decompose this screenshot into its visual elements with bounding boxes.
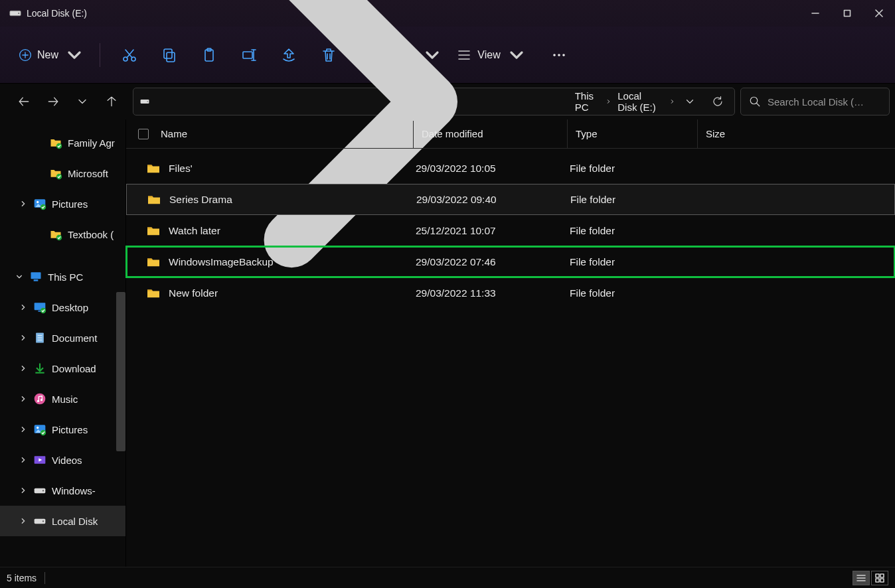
status-separator [44,572,45,584]
column-header-date[interactable]: Date modified [413,119,567,148]
details-view-button[interactable] [853,571,870,585]
sidebar-item[interactable]: Document [0,323,125,353]
drive-icon [33,514,46,528]
nav-row: This PC Local Disk (E:) [0,84,895,119]
svg-rect-4 [845,11,851,17]
tree-expander[interactable] [19,365,28,372]
file-type: File folder [570,225,700,237]
close-button[interactable] [863,0,895,27]
sidebar-item[interactable]: Textbook ( [0,219,125,250]
tree-expander[interactable] [19,396,28,402]
chevron-right-icon [606,98,611,105]
sidebar-item[interactable]: Family Agr [0,127,125,158]
table-row[interactable]: Watch later 25/12/2021 10:07 File folder [126,215,895,246]
column-header-type[interactable]: Type [567,119,697,148]
sidebar-item-label: Videos [52,455,82,466]
svg-rect-46 [34,279,39,281]
file-name: WindowsImageBackup [169,256,416,268]
svg-point-36 [147,101,147,102]
desktop-sync-icon [33,301,46,314]
sidebar: Family Agr Microsoft Pictures Textbook (… [0,119,126,567]
tree-expander[interactable] [19,487,28,494]
file-type: File folder [570,256,700,268]
file-name: New folder [169,287,416,299]
svg-line-12 [127,50,133,58]
thumbnails-view-button[interactable] [871,571,888,585]
folder-sync-icon [49,228,62,241]
up-button[interactable] [100,90,123,113]
sidebar-item[interactable]: Microsoft [0,158,125,188]
column-header-name[interactable]: Name [161,128,413,139]
search-icon [749,96,761,108]
sidebar-item-label: Microsoft [68,168,108,179]
breadcrumb-label: This PC [575,90,600,113]
file-date: 29/03/2022 07:46 [416,256,570,268]
breadcrumb-segment[interactable]: This PC [572,89,603,114]
sidebar-item[interactable]: Desktop [0,292,125,323]
tree-expander[interactable] [19,426,28,433]
tree-expander[interactable] [19,200,28,207]
search-input[interactable] [768,96,890,108]
select-all-checkbox[interactable] [138,129,161,139]
forward-button[interactable] [41,90,65,113]
column-header-size[interactable]: Size [697,119,777,148]
cut-button[interactable] [111,39,148,71]
search-box[interactable] [740,88,890,115]
file-list: Name Date modified Type Size Files' 29/0… [126,119,895,567]
minimize-button[interactable] [799,0,831,27]
maximize-button[interactable] [831,0,863,27]
column-header-label: Size [706,128,725,139]
svg-rect-71 [876,574,879,577]
arrow-right-icon [46,95,60,108]
file-type: File folder [570,163,700,175]
sidebar-item-label: Desktop [52,302,88,313]
details-view-icon [856,573,866,583]
table-row[interactable]: New folder 29/03/2022 11:33 File folder [126,277,895,309]
table-row[interactable]: Files' 29/03/2022 10:05 File folder [126,153,895,184]
file-date: 29/03/2022 11:33 [416,287,570,299]
file-date: 29/03/2022 09:40 [416,194,570,206]
svg-point-60 [37,427,39,429]
tree-expander[interactable] [15,273,24,280]
refresh-button[interactable] [706,90,729,113]
arrow-up-icon [105,95,118,108]
sidebar-item[interactable]: Music [0,384,125,414]
folder-sync-icon [49,136,62,149]
back-button[interactable] [12,90,36,113]
arrow-left-icon [17,95,31,108]
sidebar-item[interactable]: Windows- [0,475,125,506]
address-dropdown-button[interactable] [679,90,701,113]
recent-button[interactable] [70,90,94,113]
window-title-text: Local Disk (E:) [27,8,87,19]
sidebar-item[interactable]: Local Disk [0,506,125,536]
new-button[interactable]: New [12,43,89,67]
sidebar-item-label: This PC [48,271,83,283]
file-name: Files' [169,163,416,175]
window-controls [799,0,895,27]
sidebar-item[interactable]: Download [0,353,125,384]
svg-rect-72 [880,574,884,577]
svg-point-40 [56,174,62,179]
column-header-label: Type [576,128,598,139]
tree-expander[interactable] [19,334,28,341]
view-mode-switch [853,571,888,585]
svg-point-2 [18,13,19,14]
breadcrumb-segment[interactable]: Local Disk (E:) [615,89,666,114]
tree-expander[interactable] [19,304,28,311]
svg-point-49 [41,308,46,313]
table-row[interactable]: WindowsImageBackup 29/03/2022 07:46 File… [126,246,895,277]
file-date: 25/12/2021 10:07 [416,225,570,237]
tree-expander[interactable] [19,457,28,463]
sidebar-item[interactable]: Pictures [0,188,125,219]
download-icon [33,362,46,375]
file-type: File folder [570,194,700,206]
tree-expander[interactable] [19,518,28,524]
sidebar-item[interactable]: This PC [0,261,125,292]
sidebar-item[interactable]: Pictures [0,414,125,445]
column-header-label: Date modified [422,128,483,139]
address-bar[interactable]: This PC Local Disk (E:) [133,88,735,115]
sidebar-scrollbar-thumb[interactable] [116,292,125,451]
table-row[interactable]: Series Drama 29/03/2022 09:40 File folde… [126,184,895,215]
toolbar-separator [100,43,100,67]
sidebar-item[interactable]: Videos [0,445,125,475]
